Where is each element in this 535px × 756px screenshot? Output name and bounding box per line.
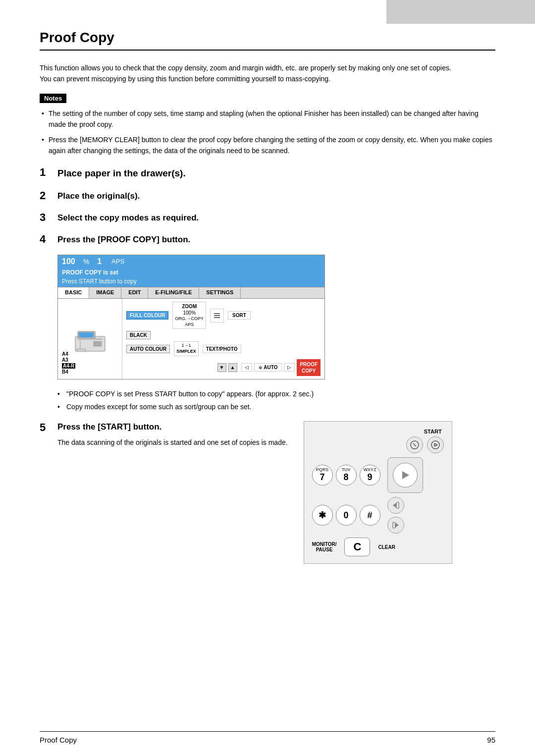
duplex-right-button[interactable] (387, 517, 404, 534)
screen-status2: Press START button to copy (58, 277, 324, 287)
step-4-number: 4 (40, 233, 57, 246)
step-2: 2 Place the original(s). (40, 189, 495, 202)
note-item-1: The setting of the number of copy sets, … (40, 108, 495, 130)
screen-tabs: BASIC IMAGE EDIT E-FILING/FILE SETTINGS (58, 287, 324, 299)
nav-down-icon[interactable]: ▼ (217, 363, 226, 372)
svg-marker-17 (393, 502, 397, 508)
notes-label: Notes (40, 94, 66, 103)
key-0[interactable]: 0 (336, 505, 357, 526)
after-step4-item-2: Copy modes except for some such as sort/… (57, 401, 495, 412)
tab-image[interactable]: IMAGE (89, 287, 121, 298)
svg-point-12 (431, 441, 439, 449)
paper-a4: A4 (62, 351, 75, 357)
step-3-number: 3 (40, 211, 57, 224)
key-star-value: ✱ (319, 510, 326, 521)
paper-sizes: A4 A3 A4-R B4 (62, 351, 75, 375)
tab-edit[interactable]: EDIT (121, 287, 148, 298)
auto-icon: ⊕ (259, 365, 263, 370)
svg-line-14 (434, 443, 437, 445)
after-step4-item-1: "PROOF COPY is set Press START button to… (57, 388, 495, 399)
step-3-text: Select the copy modes as required. (57, 211, 199, 224)
step-2-number: 2 (40, 189, 57, 202)
footer: Proof Copy 95 (40, 731, 495, 744)
svg-line-11 (413, 443, 416, 446)
auto-label: AUTO (264, 365, 277, 370)
tab-efiling[interactable]: E-FILING/FILE (148, 287, 199, 298)
sort-button[interactable]: SORT (228, 311, 251, 320)
bottom-row: ▼ ▲ ◁ ⊕ AUTO ▷ PROOFCOPY (126, 359, 321, 376)
screen-left: A4 A3 A4-R B4 (58, 299, 122, 379)
step-1-text: Place paper in the drawer(s). (57, 166, 186, 180)
monitor-label: MONITOR/ (312, 541, 337, 547)
start-label: START (424, 429, 442, 434)
key-8-value: 8 (344, 472, 349, 483)
step-5-number: 5 (40, 421, 57, 434)
top-bar (386, 0, 535, 24)
key-8[interactable]: TUV 8 (336, 465, 357, 486)
after-step4-list: "PROOF COPY is set Press START button to… (57, 388, 495, 413)
intro-line2: You can prevent miscopying by using this… (40, 75, 330, 83)
aps-label: APS (175, 322, 204, 328)
full-colour-button[interactable]: FULL COLOUR (126, 311, 168, 320)
simplex-area: 1→1 SIMPLEX (174, 341, 199, 356)
start-button[interactable] (387, 457, 423, 493)
svg-rect-2 (79, 332, 94, 337)
step-5-text: Press the [START] button. (57, 421, 161, 432)
screen-row-1: FULL COLOUR ZOOM 100% ORG.→COPY APS SORT (126, 302, 321, 329)
key-7-value: 7 (320, 472, 325, 483)
tab-settings[interactable]: SETTINGS (199, 287, 241, 298)
screen-percent: % (83, 258, 89, 266)
screen-row-2: BLACK (126, 331, 321, 339)
simplex-ratio: 1→1 (176, 343, 196, 349)
screen-aps: APS (111, 258, 124, 265)
duplex-left-button[interactable] (387, 497, 404, 514)
copier-svg-icon (73, 322, 107, 356)
paper-b4: B4 (62, 369, 75, 375)
org-copy: ORG.→COPY (175, 316, 204, 322)
key-7[interactable]: PQRS 7 (312, 465, 333, 486)
triangle-left-icon[interactable]: ◁ (241, 363, 252, 372)
key-hash[interactable]: # (360, 505, 380, 526)
key-7-label: PQRS (316, 468, 329, 472)
step-3: 3 Select the copy modes as required. (40, 211, 495, 224)
clear-label: CLEAR (378, 544, 395, 550)
nav-up-icon[interactable]: ▲ (228, 363, 237, 372)
key-hash-value: # (368, 510, 373, 521)
key-8-label: TUV (342, 468, 351, 472)
step-5: 5 Press the [START] button. The data sca… (40, 421, 495, 564)
zoom-value: 100% (175, 310, 204, 316)
key-9[interactable]: WXYZ 9 (360, 465, 380, 486)
key-star[interactable]: ✱ (312, 505, 333, 526)
keypad-circle-left[interactable] (406, 436, 423, 453)
step-4-text: Press the [PROOF COPY] button. (57, 233, 190, 246)
keypad-circle-right[interactable] (427, 436, 444, 453)
step-1-number: 1 (40, 166, 57, 179)
black-button[interactable]: BLACK (126, 331, 151, 339)
pause-label: PAUSE (316, 547, 333, 552)
start-arrow-icon (398, 468, 412, 482)
tab-basic[interactable]: BASIC (58, 287, 89, 298)
screen-row-3: AUTO COLOUR 1→1 SIMPLEX TEXT/PHOTO (126, 341, 321, 356)
key-0-value: 0 (344, 510, 349, 521)
intro-text: This function allows you to check that t… (40, 62, 495, 85)
auto-colour-button[interactable]: AUTO COLOUR (126, 345, 170, 353)
step5-row: Press the [START] button. The data scann… (57, 421, 452, 564)
proof-copy-button[interactable]: PROOFCOPY (297, 359, 321, 376)
menu-lines-icon (213, 312, 221, 320)
screen-body: A4 A3 A4-R B4 FULL COLOUR ZOOM 100% ORG.… (58, 299, 324, 379)
key-9-label: WXYZ (364, 468, 376, 472)
text-photo-button[interactable]: TEXT/PHOTO (203, 345, 241, 353)
triangle-right-icon[interactable]: ▷ (284, 363, 295, 372)
key-9-value: 9 (368, 472, 373, 483)
screen-header: 100 % 1 APS (58, 255, 324, 268)
paper-a4r: A4-R (62, 363, 75, 369)
key-c[interactable]: C (344, 538, 370, 556)
svg-marker-21 (395, 522, 399, 528)
screen-right: FULL COLOUR ZOOM 100% ORG.→COPY APS SORT… (122, 299, 324, 379)
copier-screen: 100 % 1 APS PROOF COPY is set Press STAR… (57, 255, 325, 379)
key-c-value: C (354, 540, 362, 553)
start-icon (430, 440, 440, 450)
footer-right: 95 (487, 736, 495, 744)
auto-button[interactable]: ⊕ AUTO (254, 363, 282, 372)
stop-icon (410, 440, 420, 450)
